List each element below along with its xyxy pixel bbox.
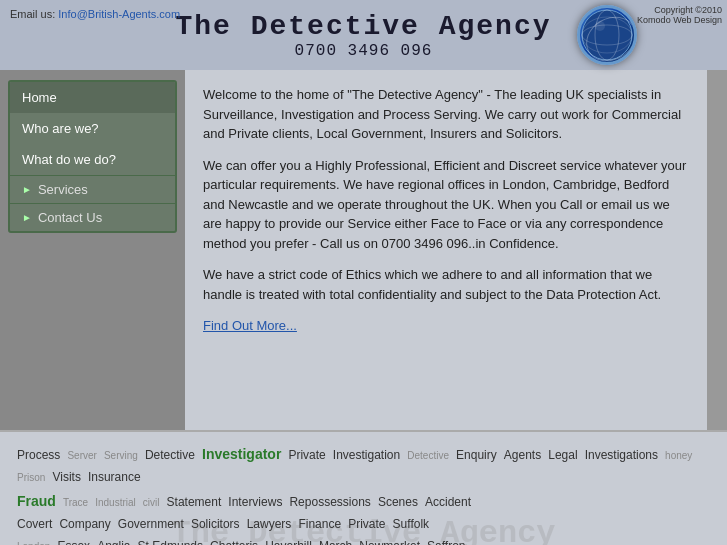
tag-march[interactable]: March: [319, 539, 352, 545]
tag-solicitors[interactable]: Solicitors: [191, 517, 240, 531]
tag-accident[interactable]: Accident: [425, 495, 471, 509]
tag-agents[interactable]: Agents: [504, 448, 541, 462]
tag-statement[interactable]: Statement: [167, 495, 222, 509]
globe-icon: [577, 5, 637, 65]
who-label: Who are we?: [22, 121, 99, 136]
sidebar-item-who[interactable]: Who are we?: [10, 113, 175, 144]
tag-chatteris[interactable]: Chatteris: [210, 539, 258, 545]
tag-enquiry[interactable]: Enquiry: [456, 448, 497, 462]
main-content: Welcome to the home of "The Detective Ag…: [185, 70, 707, 430]
sidebar-nav: Home Who are we? What do we do? ► Servic…: [8, 80, 177, 233]
tag-haverhill[interactable]: Haverhill: [265, 539, 312, 545]
main-wrapper: Home Who are we? What do we do? ► Servic…: [0, 70, 727, 430]
tag-saffron[interactable]: Saffron: [427, 539, 465, 545]
sidebar: Home Who are we? What do we do? ► Servic…: [0, 70, 185, 430]
svg-point-4: [595, 21, 605, 31]
contact-arrow: ►: [22, 212, 32, 223]
tag-suffolk[interactable]: Suffolk: [393, 517, 429, 531]
email-link[interactable]: Info@British-Agents.com: [58, 8, 180, 20]
tag-investigator[interactable]: Investigator: [202, 446, 281, 462]
right-gutter: [707, 70, 727, 430]
tag-fraud[interactable]: Fraud: [17, 493, 56, 509]
content-para-1: Welcome to the home of "The Detective Ag…: [203, 85, 689, 144]
tag-lawyers[interactable]: Lawyers: [247, 517, 292, 531]
tag-private[interactable]: Private: [288, 448, 325, 462]
header: Email us: Info@British-Agents.com The De…: [0, 0, 727, 70]
tag-civil[interactable]: civil: [143, 497, 160, 508]
sidebar-item-services[interactable]: ► Services: [10, 176, 175, 203]
svg-point-3: [582, 17, 632, 53]
services-arrow: ►: [22, 184, 32, 195]
tag-cloud-content: Process Server Serving Detective Investi…: [15, 442, 712, 545]
tag-visits[interactable]: Visits: [52, 470, 80, 484]
tag-cloud: The Detective Agency Process Server Serv…: [0, 430, 727, 545]
tag-interviews[interactable]: Interviews: [228, 495, 282, 509]
tag-scenes[interactable]: Scenes: [378, 495, 418, 509]
tag-server[interactable]: Server: [67, 450, 96, 461]
copyright: Copyright ©2010 Komodo Web Design: [637, 5, 722, 25]
tag-investigations[interactable]: Investigations: [585, 448, 658, 462]
contact-label: Contact Us: [38, 210, 102, 225]
tag-repossessions[interactable]: Repossessions: [289, 495, 370, 509]
tag-honey[interactable]: honey: [665, 450, 692, 461]
tag-st-edmunds[interactable]: St Edmunds: [138, 539, 203, 545]
tag-prison[interactable]: Prison: [17, 472, 45, 483]
find-out-more-link[interactable]: Find Out More...: [203, 318, 297, 333]
tag-government[interactable]: Government: [118, 517, 184, 531]
tag-essex[interactable]: Essex: [57, 539, 90, 545]
sidebar-item-what[interactable]: What do we do?: [10, 144, 175, 175]
header-email-section: Email us: Info@British-Agents.com: [10, 8, 180, 20]
tag-insurance[interactable]: Insurance: [88, 470, 141, 484]
tag-detective2[interactable]: Detective: [407, 450, 449, 461]
tag-anglia[interactable]: Anglia: [97, 539, 130, 545]
tag-industrial[interactable]: Industrial: [95, 497, 136, 508]
sidebar-item-home[interactable]: Home: [10, 82, 175, 113]
email-label: Email us:: [10, 8, 55, 20]
services-label: Services: [38, 182, 88, 197]
tag-serving[interactable]: Serving: [104, 450, 138, 461]
tag-company[interactable]: Company: [59, 517, 110, 531]
tag-process[interactable]: Process: [17, 448, 60, 462]
tag-investigation[interactable]: Investigation: [333, 448, 400, 462]
what-label: What do we do?: [22, 152, 116, 167]
tag-private2[interactable]: Private: [348, 517, 385, 531]
tag-legal[interactable]: Legal: [548, 448, 577, 462]
tag-covert[interactable]: Covert: [17, 517, 52, 531]
tag-detective[interactable]: Detective: [145, 448, 195, 462]
svg-point-2: [582, 25, 632, 45]
home-label: Home: [22, 90, 57, 105]
content-para-3: We have a strict code of Ethics which we…: [203, 265, 689, 304]
tag-trace[interactable]: Trace: [63, 497, 88, 508]
content-para-2: We can offer you a Highly Professional, …: [203, 156, 689, 254]
tag-london[interactable]: London: [17, 541, 50, 545]
sidebar-item-contact[interactable]: ► Contact Us: [10, 204, 175, 231]
tag-newmarket[interactable]: Newmarket: [359, 539, 420, 545]
tag-finance[interactable]: Finance: [298, 517, 341, 531]
svg-point-0: [582, 10, 632, 60]
